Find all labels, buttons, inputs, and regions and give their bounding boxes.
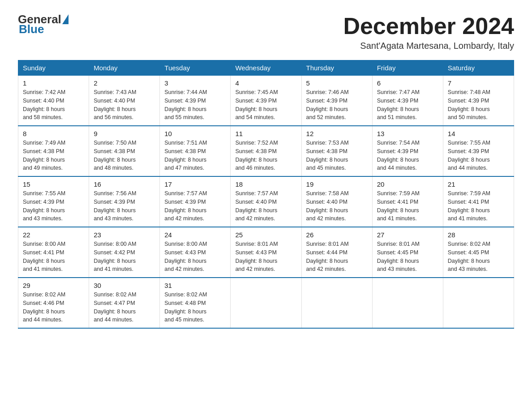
calendar-cell-w5-d3 <box>231 278 301 328</box>
day-number: 18 <box>235 180 296 188</box>
day-number: 27 <box>377 231 438 239</box>
calendar-cell-w5-d6 <box>443 278 514 328</box>
calendar-week-1: 1 Sunrise: 7:42 AM Sunset: 4:40 PM Dayli… <box>18 76 514 126</box>
day-info: Sunrise: 8:00 AM Sunset: 4:43 PM Dayligh… <box>164 240 226 274</box>
calendar-cell-w5-d1: 30 Sunrise: 8:02 AM Sunset: 4:47 PM Dayl… <box>89 278 160 328</box>
day-number: 13 <box>377 130 438 137</box>
calendar-cell-w3-d3: 18 Sunrise: 7:57 AM Sunset: 4:40 PM Dayl… <box>231 176 301 227</box>
day-number: 9 <box>94 130 155 137</box>
header-thursday: Thursday <box>301 60 372 76</box>
day-number: 17 <box>164 180 226 188</box>
calendar-week-3: 15 Sunrise: 7:55 AM Sunset: 4:39 PM Dayl… <box>18 176 514 227</box>
day-info: Sunrise: 7:48 AM Sunset: 4:39 PM Dayligh… <box>448 88 509 122</box>
day-info: Sunrise: 7:51 AM Sunset: 4:38 PM Dayligh… <box>164 139 226 172</box>
day-number: 16 <box>94 180 155 188</box>
day-number: 5 <box>306 79 368 87</box>
calendar-cell-w3-d0: 15 Sunrise: 7:55 AM Sunset: 4:39 PM Dayl… <box>18 176 89 227</box>
day-number: 31 <box>164 282 226 289</box>
day-info: Sunrise: 7:57 AM Sunset: 4:39 PM Dayligh… <box>164 189 226 223</box>
day-number: 20 <box>377 180 438 188</box>
day-number: 11 <box>235 130 296 137</box>
day-info: Sunrise: 8:01 AM Sunset: 4:45 PM Dayligh… <box>377 240 438 274</box>
day-number: 4 <box>235 79 296 87</box>
day-info: Sunrise: 7:45 AM Sunset: 4:39 PM Dayligh… <box>235 88 296 122</box>
calendar-cell-w3-d2: 17 Sunrise: 7:57 AM Sunset: 4:39 PM Dayl… <box>160 176 231 227</box>
logo-blue-text: Blue <box>19 23 44 35</box>
day-info: Sunrise: 8:02 AM Sunset: 4:45 PM Dayligh… <box>448 240 509 274</box>
day-info: Sunrise: 7:50 AM Sunset: 4:38 PM Dayligh… <box>94 139 155 172</box>
month-year-title: December 2024 <box>343 13 514 39</box>
calendar-cell-w1-d4: 5 Sunrise: 7:46 AM Sunset: 4:39 PM Dayli… <box>301 76 372 126</box>
day-info: Sunrise: 8:02 AM Sunset: 4:47 PM Dayligh… <box>94 291 155 324</box>
calendar-cell-w5-d0: 29 Sunrise: 8:02 AM Sunset: 4:46 PM Dayl… <box>18 278 89 328</box>
logo-triangle-icon <box>62 14 69 24</box>
header-wednesday: Wednesday <box>231 60 301 76</box>
calendar-cell-w2-d2: 10 Sunrise: 7:51 AM Sunset: 4:38 PM Dayl… <box>160 126 231 176</box>
day-info: Sunrise: 7:56 AM Sunset: 4:39 PM Dayligh… <box>94 189 155 223</box>
calendar-cell-w3-d6: 21 Sunrise: 7:59 AM Sunset: 4:41 PM Dayl… <box>443 176 514 227</box>
day-info: Sunrise: 7:54 AM Sunset: 4:39 PM Dayligh… <box>377 139 438 172</box>
day-info: Sunrise: 8:02 AM Sunset: 4:48 PM Dayligh… <box>164 291 226 324</box>
day-number: 10 <box>164 130 226 137</box>
day-number: 21 <box>448 180 509 188</box>
day-info: Sunrise: 7:47 AM Sunset: 4:39 PM Dayligh… <box>377 88 438 122</box>
calendar-cell-w1-d0: 1 Sunrise: 7:42 AM Sunset: 4:40 PM Dayli… <box>18 76 89 126</box>
day-number: 28 <box>448 231 509 239</box>
day-info: Sunrise: 7:46 AM Sunset: 4:39 PM Dayligh… <box>306 88 368 122</box>
day-info: Sunrise: 7:44 AM Sunset: 4:39 PM Dayligh… <box>164 88 226 122</box>
header-sunday: Sunday <box>18 60 89 76</box>
calendar-cell-w2-d6: 14 Sunrise: 7:55 AM Sunset: 4:39 PM Dayl… <box>443 126 514 176</box>
calendar-cell-w2-d1: 9 Sunrise: 7:50 AM Sunset: 4:38 PM Dayli… <box>89 126 160 176</box>
day-number: 8 <box>23 130 84 137</box>
day-number: 12 <box>306 130 368 137</box>
calendar-cell-w4-d1: 23 Sunrise: 8:00 AM Sunset: 4:42 PM Dayl… <box>89 227 160 278</box>
day-number: 22 <box>23 231 84 239</box>
day-number: 30 <box>94 282 155 289</box>
calendar-cell-w1-d3: 4 Sunrise: 7:45 AM Sunset: 4:39 PM Dayli… <box>231 76 301 126</box>
calendar-week-5: 29 Sunrise: 8:02 AM Sunset: 4:46 PM Dayl… <box>18 278 514 328</box>
calendar-cell-w2-d4: 12 Sunrise: 7:53 AM Sunset: 4:38 PM Dayl… <box>301 126 372 176</box>
day-number: 6 <box>377 79 438 87</box>
day-info: Sunrise: 8:00 AM Sunset: 4:42 PM Dayligh… <box>94 240 155 274</box>
calendar-cell-w2-d3: 11 Sunrise: 7:52 AM Sunset: 4:38 PM Dayl… <box>231 126 301 176</box>
day-number: 1 <box>23 79 84 87</box>
day-info: Sunrise: 8:01 AM Sunset: 4:43 PM Dayligh… <box>235 240 296 274</box>
day-info: Sunrise: 7:57 AM Sunset: 4:40 PM Dayligh… <box>235 189 296 223</box>
day-info: Sunrise: 8:02 AM Sunset: 4:46 PM Dayligh… <box>23 291 84 324</box>
calendar-cell-w1-d6: 7 Sunrise: 7:48 AM Sunset: 4:39 PM Dayli… <box>443 76 514 126</box>
header-friday: Friday <box>372 60 443 76</box>
calendar-cell-w3-d5: 20 Sunrise: 7:59 AM Sunset: 4:41 PM Dayl… <box>372 176 443 227</box>
day-number: 29 <box>23 282 84 289</box>
day-number: 3 <box>164 79 226 87</box>
calendar-cell-w1-d5: 6 Sunrise: 7:47 AM Sunset: 4:39 PM Dayli… <box>372 76 443 126</box>
day-info: Sunrise: 7:55 AM Sunset: 4:39 PM Dayligh… <box>23 189 84 223</box>
day-number: 25 <box>235 231 296 239</box>
day-number: 23 <box>94 231 155 239</box>
day-number: 24 <box>164 231 226 239</box>
day-number: 26 <box>306 231 368 239</box>
day-number: 15 <box>23 180 84 188</box>
calendar-cell-w4-d3: 25 Sunrise: 8:01 AM Sunset: 4:43 PM Dayl… <box>231 227 301 278</box>
header-tuesday: Tuesday <box>160 60 231 76</box>
day-number: 19 <box>306 180 368 188</box>
logo: General Blue <box>18 13 69 35</box>
calendar-table: Sunday Monday Tuesday Wednesday Thursday… <box>18 60 514 329</box>
calendar-cell-w4-d4: 26 Sunrise: 8:01 AM Sunset: 4:44 PM Dayl… <box>301 227 372 278</box>
calendar-cell-w1-d1: 2 Sunrise: 7:43 AM Sunset: 4:40 PM Dayli… <box>89 76 160 126</box>
header-saturday: Saturday <box>443 60 514 76</box>
title-section: December 2024 Sant'Agata Martesana, Lomb… <box>343 13 514 51</box>
calendar-cell-w2-d5: 13 Sunrise: 7:54 AM Sunset: 4:39 PM Dayl… <box>372 126 443 176</box>
calendar-cell-w4-d2: 24 Sunrise: 8:00 AM Sunset: 4:43 PM Dayl… <box>160 227 231 278</box>
calendar-cell-w4-d6: 28 Sunrise: 8:02 AM Sunset: 4:45 PM Dayl… <box>443 227 514 278</box>
calendar-cell-w1-d2: 3 Sunrise: 7:44 AM Sunset: 4:39 PM Dayli… <box>160 76 231 126</box>
day-info: Sunrise: 7:59 AM Sunset: 4:41 PM Dayligh… <box>448 189 509 223</box>
day-info: Sunrise: 8:00 AM Sunset: 4:41 PM Dayligh… <box>23 240 84 274</box>
day-info: Sunrise: 7:42 AM Sunset: 4:40 PM Dayligh… <box>23 88 84 122</box>
calendar-week-4: 22 Sunrise: 8:00 AM Sunset: 4:41 PM Dayl… <box>18 227 514 278</box>
calendar-cell-w4-d0: 22 Sunrise: 8:00 AM Sunset: 4:41 PM Dayl… <box>18 227 89 278</box>
calendar-cell-w5-d4 <box>301 278 372 328</box>
day-number: 7 <box>448 79 509 87</box>
day-number: 2 <box>94 79 155 87</box>
calendar-cell-w5-d2: 31 Sunrise: 8:02 AM Sunset: 4:48 PM Dayl… <box>160 278 231 328</box>
day-info: Sunrise: 8:01 AM Sunset: 4:44 PM Dayligh… <box>306 240 368 274</box>
